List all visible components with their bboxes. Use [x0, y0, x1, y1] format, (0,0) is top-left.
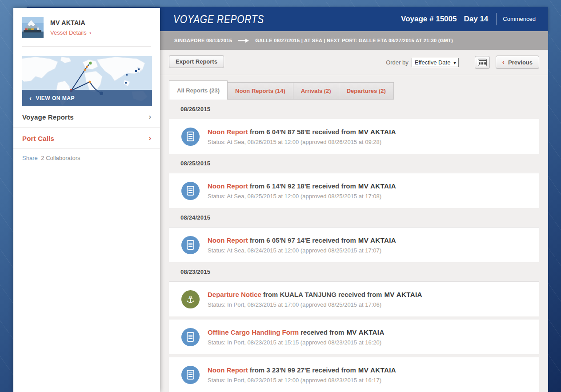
vessel-name: MV AKTAIA — [50, 19, 91, 26]
route-origin: SINGAPORE 08/13/2015 — [174, 38, 232, 43]
view-on-map-button[interactable]: VIEW ON MAP — [22, 90, 152, 106]
report-row[interactable]: ⚓ Departure Noticefrom KUALA TANJUNG rec… — [169, 282, 539, 316]
report-status: Status: At Sea, 08/26/2015 at 12:00 (app… — [208, 139, 396, 145]
chevron-left-icon — [29, 94, 36, 102]
order-by-select[interactable]: Effective Date — [412, 58, 459, 67]
share-collaborators: Share 2 Collaborators — [13, 149, 160, 167]
sidebar-item-port-calls[interactable]: Port Calls — [13, 128, 160, 149]
tab-noon-reports[interactable]: Noon Reports (14) — [228, 82, 293, 100]
route-arrow-icon — [238, 39, 249, 43]
voyage-status-badge: Commenced — [503, 16, 536, 22]
report-vessel: MV AKTAIA — [358, 182, 396, 190]
report-vessel: MV AKTAIA — [358, 128, 396, 136]
previous-button[interactable]: Previous — [496, 56, 539, 69]
sidebar: MV AKTAIA Vessel Details — [13, 8, 160, 392]
chevron-left-icon — [502, 59, 508, 66]
chevron-right-icon — [149, 113, 151, 121]
date-group-header: 08/24/2015 — [169, 208, 539, 228]
noon-report-icon — [181, 128, 200, 146]
chevron-right-icon — [87, 29, 91, 36]
noon-report-icon — [181, 366, 200, 384]
report-title: Offline Cargo Handling Formreceived from… — [208, 328, 385, 336]
vessel-photo — [22, 17, 44, 38]
export-reports-button[interactable]: Export Reports — [169, 55, 224, 68]
dropdown-caret-icon — [453, 59, 456, 66]
noon-report-icon — [181, 236, 200, 254]
document-icon — [181, 328, 200, 346]
main-content: Export Reports Order by Effective Date — [160, 50, 548, 392]
tab-all-reports[interactable]: All Reports (23) — [169, 80, 228, 100]
calendar-button[interactable] — [475, 56, 490, 69]
calendar-icon — [478, 59, 487, 66]
report-row[interactable]: Noon Reportfrom 6 05'N 97 14'E received … — [169, 228, 539, 262]
voyage-day: Day 14 — [464, 15, 488, 24]
report-title: Noon Reportfrom 6 04'N 87 58'E received … — [208, 128, 396, 136]
date-group-header: 08/25/2015 — [169, 154, 539, 173]
date-group-header: 08/23/2015 — [169, 262, 539, 282]
share-link[interactable]: Share — [22, 155, 38, 161]
report-status: Status: In Port, 08/23/2015 at 17:00 (ap… — [208, 301, 422, 308]
report-link[interactable]: Noon Report — [208, 182, 248, 190]
chevron-right-icon — [149, 134, 151, 142]
report-status: Status: In Port, 08/23/2015 at 12:00 (ap… — [208, 377, 396, 384]
anchor-icon: ⚓ — [181, 290, 200, 308]
report-row[interactable]: Noon Reportfrom 3 23'N 99 27'E received … — [169, 357, 539, 392]
report-vessel: MV AKTAIA — [358, 236, 396, 244]
reports-list: 08/26/2015 Noon Reportfrom 6 04'N 87 58'… — [169, 100, 539, 392]
sidebar-divider — [22, 46, 151, 47]
report-link[interactable]: Noon Report — [208, 128, 248, 136]
tab-departures[interactable]: Departures (2) — [339, 82, 394, 100]
report-vessel: MV AKTAIA — [384, 291, 422, 298]
header-divider — [496, 13, 497, 25]
voyage-number: Voyage # 15005 — [401, 15, 457, 24]
order-by-label: Order by — [386, 59, 409, 66]
report-title: Departure Noticefrom KUALA TANJUNG recei… — [208, 291, 422, 299]
report-link[interactable]: Offline Cargo Handling Form — [208, 328, 299, 336]
report-link[interactable]: Noon Report — [208, 366, 248, 374]
report-row[interactable]: Noon Reportfrom 6 04'N 87 58'E received … — [169, 119, 539, 154]
report-status: Status: At Sea, 08/25/2015 at 12:00 (app… — [208, 193, 396, 200]
vessel-details-link[interactable]: Vessel Details — [50, 29, 91, 36]
tab-arrivals[interactable]: Arrivals (2) — [293, 82, 339, 100]
date-group-header: 08/26/2015 — [169, 100, 539, 119]
report-link[interactable]: Noon Report — [208, 236, 248, 244]
sidebar-item-voyage-reports[interactable]: Voyage Reports — [13, 106, 160, 128]
route-destination: GALLE 08/27/2015 | AT SEA | NEXT PORT: G… — [255, 38, 453, 43]
page-title: VOYAGE REPORTS — [173, 12, 264, 26]
report-row[interactable]: Offline Cargo Handling Formreceived from… — [169, 320, 539, 354]
reports-toolbar: Export Reports Order by Effective Date — [160, 50, 548, 75]
report-status: Status: At Sea, 08/24/2015 at 12:00 (app… — [208, 247, 396, 254]
report-title: Noon Reportfrom 3 23'N 99 27'E received … — [208, 366, 396, 374]
voyage-map-thumbnail[interactable]: VIEW ON MAP — [22, 56, 152, 106]
report-link[interactable]: Departure Notice — [208, 291, 261, 298]
report-title: Noon Reportfrom 6 05'N 97 14'E received … — [208, 236, 396, 244]
report-vessel: MV AKTAIA — [358, 366, 396, 374]
route-summary-bar: SINGAPORE 08/13/2015 GALLE 08/27/2015 | … — [160, 31, 548, 50]
report-tabs: All Reports (23) Noon Reports (14) Arriv… — [160, 75, 548, 100]
report-title: Noon Reportfrom 6 14'N 92 18'E received … — [208, 182, 396, 190]
report-vessel: MV AKTAIA — [346, 328, 384, 336]
order-by-value: Effective Date — [415, 59, 451, 66]
report-row[interactable]: Noon Reportfrom 6 14'N 92 18'E received … — [169, 173, 539, 208]
noon-report-icon — [181, 182, 200, 200]
report-status: Status: In Port, 08/23/2015 at 15:15 (ap… — [208, 339, 385, 346]
collaborators-count: 2 Collaborators — [41, 155, 80, 161]
